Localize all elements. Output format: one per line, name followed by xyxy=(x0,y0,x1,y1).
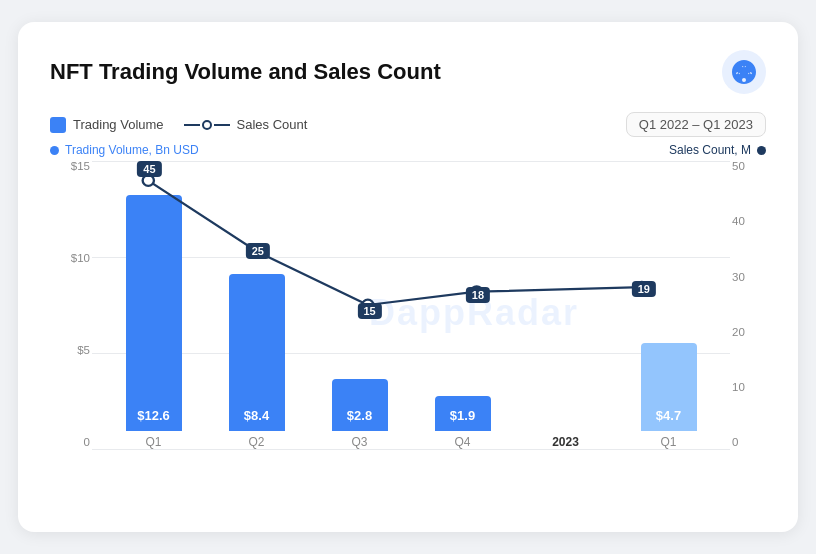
legend-trading-volume: Trading Volume xyxy=(50,117,164,133)
bar-value-q2: $8.4 xyxy=(229,408,285,423)
trading-volume-icon xyxy=(50,117,66,133)
axis-right-label: Sales Count, M xyxy=(669,143,766,157)
legend-left: Trading Volume Sales Count xyxy=(50,117,307,133)
bar-group-q4: $1.9 Q4 xyxy=(411,396,514,449)
badge-q1: 45 xyxy=(137,161,161,177)
grid-line xyxy=(92,449,730,450)
bar-value-q4: $1.9 xyxy=(435,408,491,423)
page-title: NFT Trading Volume and Sales Count xyxy=(50,59,441,85)
bar-wrapper: $8.4 xyxy=(229,274,285,431)
bar-q1-2023: $4.7 xyxy=(641,343,697,431)
chart-area: $15 $10 $5 0 50 40 30 20 10 0 DappRadar xyxy=(50,161,766,481)
y-axis-left: $15 $10 $5 0 xyxy=(50,161,90,449)
bar-value-q1-2023: $4.7 xyxy=(641,408,697,423)
badge-q4: 18 xyxy=(466,287,490,303)
legend-sales-count: Sales Count xyxy=(184,117,308,132)
bars-container: $12.6 Q1 $8.4 Q2 xyxy=(92,161,730,449)
badge-q2: 25 xyxy=(246,243,270,259)
x-label-q2: Q2 xyxy=(248,435,264,449)
bar-value-q3: $2.8 xyxy=(332,408,388,423)
axis-labels-row: Trading Volume, Bn USD Sales Count, M xyxy=(50,143,766,157)
x-label-q1-2023: Q1 xyxy=(660,435,676,449)
bar-value-q1: $12.6 xyxy=(126,408,182,423)
legend-row: Trading Volume Sales Count Q1 2022 – Q1 … xyxy=(50,112,766,137)
bar-wrapper: $4.7 xyxy=(641,343,697,431)
badge-q3: 15 xyxy=(357,303,381,319)
bar-group-2023: 2023 xyxy=(514,431,617,449)
chart-card: NFT Trading Volume and Sales Count Tradi… xyxy=(18,22,798,532)
header: NFT Trading Volume and Sales Count xyxy=(50,50,766,94)
x-label-q4: Q4 xyxy=(454,435,470,449)
legend-trading-volume-label: Trading Volume xyxy=(73,117,164,132)
bar-group-q3: $2.8 Q3 xyxy=(308,379,411,449)
bar-q3: $2.8 xyxy=(332,379,388,431)
chart-inner: DappRadar $12.6 Q1 xyxy=(92,161,730,449)
x-label-q1: Q1 xyxy=(145,435,161,449)
bar-wrapper: $2.8 xyxy=(332,379,388,431)
bar-group-q1-2023: $4.7 Q1 xyxy=(617,343,720,449)
bar-wrapper: $1.9 xyxy=(435,396,491,431)
axis-left-label: Trading Volume, Bn USD xyxy=(50,143,199,157)
y-axis-right: 50 40 30 20 10 0 xyxy=(732,161,766,449)
legend-sales-count-label: Sales Count xyxy=(237,117,308,132)
bar-q4: $1.9 xyxy=(435,396,491,431)
x-label-2023: 2023 xyxy=(552,435,579,449)
bar-group-q1: $12.6 Q1 xyxy=(102,195,205,449)
date-range-badge[interactable]: Q1 2022 – Q1 2023 xyxy=(626,112,766,137)
bar-q2: $8.4 xyxy=(229,274,285,431)
logo-icon xyxy=(722,50,766,94)
svg-point-2 xyxy=(742,62,747,67)
dot-blue-icon xyxy=(50,146,59,155)
bar-wrapper: $12.6 xyxy=(126,195,182,431)
bar-q1: $12.6 xyxy=(126,195,182,431)
sales-count-icon xyxy=(184,120,230,130)
dot-dark-icon xyxy=(757,146,766,155)
x-label-q3: Q3 xyxy=(351,435,367,449)
bar-group-q2: $8.4 Q2 xyxy=(205,274,308,449)
badge-q1-2023: 19 xyxy=(632,281,656,297)
